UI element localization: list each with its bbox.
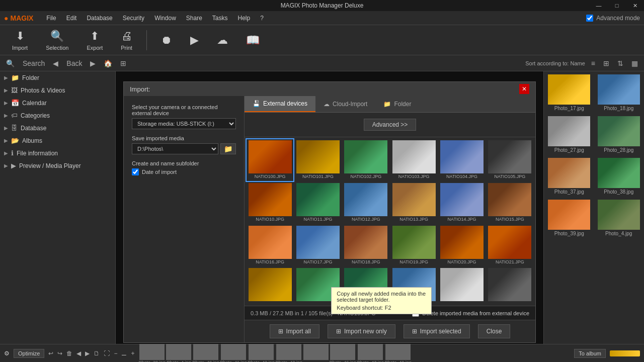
book-button[interactable]: 📖 (242, 32, 264, 49)
search-icon[interactable]: 🔍 (4, 58, 17, 68)
strip-item[interactable] (303, 342, 329, 363)
photo-cell[interactable]: NATIO103.JPG (390, 139, 437, 181)
import-selected-button[interactable]: ⊞ Import selected (404, 324, 470, 338)
nav-back-icon[interactable]: ◀ (76, 350, 81, 357)
photo-cell[interactable]: NATIO10.JPG (247, 182, 293, 224)
print-button[interactable]: 🖨 Print (117, 28, 136, 53)
photo-cell[interactable]: NATIO18.JPG (343, 225, 389, 266)
save-path-select[interactable]: D:\Photos\ (132, 143, 218, 154)
advanced-button[interactable]: Advanced >> (364, 119, 417, 131)
tab-cloud-import[interactable]: ☁ Cloud-Import (315, 96, 375, 112)
play-button[interactable]: ▶ (186, 32, 203, 49)
sidebar-item-preview[interactable]: ▶ ▶ Preview / Media Player (0, 159, 115, 172)
right-panel-photo[interactable]: Photo_18.jpg (595, 72, 643, 113)
menu-tasks[interactable]: Tasks (207, 13, 233, 24)
photo-cell[interactable]: NATIO102.JPG (343, 139, 389, 181)
photo-cell[interactable]: NATIO19.JPG (390, 225, 437, 266)
photo-cell[interactable]: NATIO15.JPG (487, 182, 533, 224)
storage-select[interactable]: Storage media: USB-STICK (I:) (132, 118, 236, 129)
import-new-button[interactable]: ⊞ Import new only (328, 324, 395, 338)
photo-cell[interactable]: NATIO100.JPG (247, 139, 293, 181)
export-button[interactable]: ⬆ Export (83, 28, 107, 53)
cloud-button[interactable]: ☁ (213, 32, 232, 49)
forward-button[interactable]: ▶ (88, 58, 98, 68)
menu-question[interactable]: ? (255, 13, 269, 24)
zoom-out-icon[interactable]: − (114, 350, 117, 357)
sidebar-item-file-info[interactable]: ▶ ℹ File information (0, 147, 115, 159)
sidebar-item-database[interactable]: ▶ 🗄 Database (0, 122, 115, 134)
photo-cell[interactable]: NATIO13.JPG (390, 182, 437, 224)
sidebar-item-albums[interactable]: ▶ 📂 Albums (0, 134, 115, 147)
photo-cell[interactable]: NATIO11.JPG (294, 182, 341, 224)
photo-cell[interactable]: NATIO16.JPG (247, 225, 293, 266)
dialog-close-button[interactable]: ✕ (519, 84, 529, 94)
strip-item[interactable]: Photo_39.jpg (138, 342, 165, 363)
photo-cell[interactable]: NATIO104.JPG (438, 139, 485, 181)
strip-item[interactable]: Photo_46.jpg (330, 342, 356, 363)
undo-icon[interactable]: ↩ (48, 350, 53, 357)
advanced-mode-checkbox[interactable] (586, 15, 593, 22)
import-all-button[interactable]: ⊞ Import all (270, 324, 319, 338)
record-button[interactable]: ⏺ (157, 32, 176, 49)
home-icon[interactable]: 🏠 (102, 58, 114, 68)
sidebar-item-calendar[interactable]: ▶ 📅 Calendar (0, 97, 115, 109)
photo-cell[interactable]: NATIO20.JPG (438, 225, 485, 266)
view-toggle-icon[interactable]: ⊞ (118, 58, 128, 68)
strip-item[interactable]: Photo_48.jpg (385, 342, 412, 363)
strip-item[interactable]: Photo_40.jpg (192, 342, 219, 363)
zoom-in-icon[interactable]: + (131, 350, 134, 357)
right-panel-photo[interactable]: Photo_28.jpg (595, 114, 643, 155)
redo-icon[interactable]: ↪ (57, 350, 62, 357)
strip-item[interactable]: Photo_43.jpg (276, 342, 302, 363)
strip-item[interactable]: Photo_42.jpg (248, 342, 275, 363)
maximize-button[interactable]: □ (608, 0, 626, 11)
photo-cell[interactable] (487, 267, 533, 304)
menu-edit[interactable]: Edit (61, 13, 82, 24)
photo-cell[interactable]: NATIO105.JPG (487, 139, 533, 181)
browse-button[interactable]: 📁 (220, 143, 236, 154)
sort-icon[interactable]: ⇅ (615, 58, 625, 68)
photo-cell[interactable]: NATIO21.JPG (487, 225, 533, 266)
menu-database[interactable]: Database (82, 13, 117, 24)
menu-window[interactable]: Window (149, 13, 181, 24)
right-panel-photo[interactable]: Photo_38.jpg (595, 156, 643, 197)
photo-cell[interactable]: NATIO14.JPG (438, 182, 485, 224)
right-panel-photo[interactable]: Photo_37.jpg (545, 156, 594, 197)
right-panel-photo[interactable]: Photo_4.jpg (595, 198, 643, 238)
right-panel-photo[interactable]: Photo_39.jpg (545, 198, 594, 238)
minimize-button[interactable]: — (590, 0, 608, 11)
photo-cell[interactable] (438, 267, 485, 304)
photo-cell[interactable] (247, 267, 293, 304)
menu-help[interactable]: Help (233, 13, 256, 24)
import-button[interactable]: ⬇ Import (8, 28, 32, 53)
sidebar-item-folder[interactable]: ▶ 📁 Folder (0, 71, 115, 84)
close-app-button[interactable]: ✕ (626, 0, 644, 11)
delete-icon[interactable]: 🗑 (66, 350, 72, 357)
fullscreen-icon[interactable]: ⛶ (104, 350, 110, 357)
menu-share[interactable]: Share (181, 13, 207, 24)
right-panel-photo[interactable]: Photo_17.jpg (545, 72, 594, 113)
menu-file[interactable]: File (41, 13, 61, 24)
strip-item[interactable]: Photo_47.jpg (357, 342, 384, 363)
nav-forward-icon[interactable]: ▶ (85, 350, 90, 357)
tab-external-devices[interactable]: 💾 External devices (245, 96, 315, 112)
photo-cell[interactable]: NATIO101.JPG (294, 139, 341, 181)
menu-security[interactable]: Security (118, 13, 149, 24)
view-grid-icon[interactable]: ⊞ (601, 58, 611, 68)
strip-item[interactable]: Photo_41.jpg (220, 342, 247, 363)
optimize-button[interactable]: Optimize (14, 349, 44, 358)
sidebar-item-photos-videos[interactable]: ▶ 🖼 Photos & Videos (0, 84, 115, 97)
view-list-icon[interactable]: ≡ (589, 58, 597, 68)
photo-cell[interactable]: NATIO17.JPG (294, 225, 341, 266)
view-size-icon[interactable]: ▦ (629, 58, 640, 68)
right-panel-photo[interactable]: Photo_27.jpg (545, 114, 594, 155)
selection-button[interactable]: 🔍 Selection (42, 28, 72, 53)
photo-cell[interactable]: NATIO12.JPG (343, 182, 389, 224)
to-album-button[interactable]: To album (574, 349, 606, 358)
zoom-slider[interactable]: ⚊ (121, 350, 127, 357)
date-checkbox[interactable] (132, 168, 139, 175)
sidebar-item-categories[interactable]: ▶ 🏷 Categories (0, 109, 115, 122)
back-button[interactable]: ◀ (51, 58, 60, 68)
tab-folder[interactable]: 📁 Folder (375, 96, 419, 112)
strip-item[interactable]: Photo_4.jpg (166, 342, 191, 363)
